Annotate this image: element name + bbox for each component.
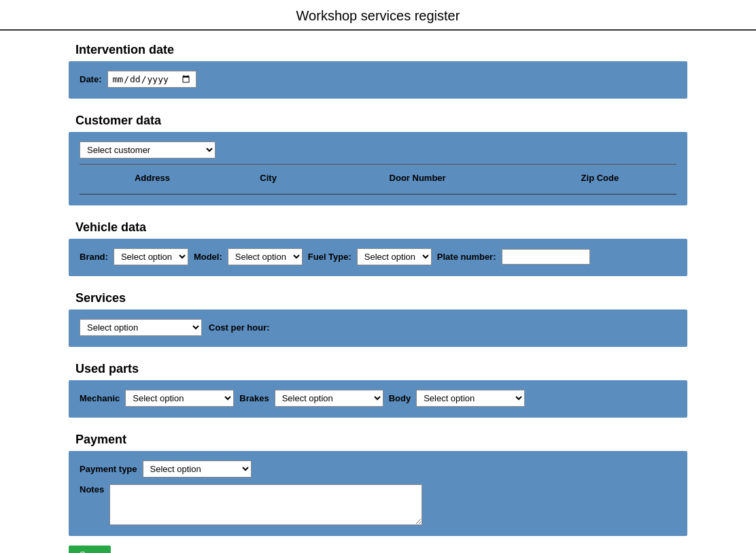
body-select[interactable]: Select option — [416, 390, 525, 407]
cost-per-hour-label: Cost per hour: — [209, 322, 270, 333]
plate-input[interactable] — [502, 249, 590, 265]
payment-title: Payment — [69, 427, 687, 451]
notes-textarea[interactable] — [109, 484, 422, 525]
used-parts-section: Used parts Mechanic Select option Brakes… — [69, 356, 687, 418]
save-button[interactable]: Save — [69, 546, 111, 553]
customer-data-section: Customer data Select customer Address Ci… — [69, 108, 687, 205]
payment-type-select[interactable]: Select option — [143, 460, 252, 477]
page-title: Workshop services register — [0, 0, 756, 31]
customer-table: Address City Door Number Zip Code — [80, 170, 676, 195]
customer-select[interactable]: Select customer — [80, 141, 216, 158]
zip-code-value — [523, 186, 676, 195]
vehicle-data-title: Vehicle data — [69, 215, 687, 239]
services-section: Services Select option Cost per hour: — [69, 286, 687, 347]
model-select[interactable]: Select option — [228, 248, 303, 265]
services-title: Services — [69, 286, 687, 309]
brand-label: Brand: — [80, 252, 108, 262]
customer-divider — [80, 164, 676, 165]
address-header: Address — [80, 170, 225, 186]
payment-type-label: Payment type — [80, 464, 137, 474]
customer-data-title: Customer data — [69, 108, 687, 132]
plate-label: Plate number: — [437, 252, 496, 262]
services-select[interactable]: Select option — [80, 319, 202, 336]
zip-code-header: Zip Code — [523, 170, 676, 186]
city-value — [225, 186, 312, 195]
notes-label: Notes — [80, 484, 104, 495]
payment-section: Payment Payment type Select option Notes — [69, 427, 687, 536]
body-label: Body — [389, 393, 411, 403]
vehicle-data-section: Vehicle data Brand: Select option Model:… — [69, 215, 687, 276]
door-number-value — [311, 186, 523, 195]
date-input[interactable] — [107, 71, 196, 88]
mechanic-label: Mechanic — [80, 393, 120, 403]
intervention-date-section: Intervention date Date: — [69, 37, 687, 99]
button-row: Save Search interventions — [69, 546, 687, 553]
date-label: Date: — [80, 74, 102, 84]
model-label: Model: — [194, 252, 222, 262]
mechanic-select[interactable]: Select option — [125, 390, 234, 407]
fuel-label: Fuel Type: — [308, 252, 351, 262]
brand-select[interactable]: Select option — [114, 248, 188, 265]
door-number-header: Door Number — [311, 170, 523, 186]
fuel-select[interactable]: Select option — [357, 248, 432, 265]
city-header: City — [225, 170, 312, 186]
used-parts-title: Used parts — [69, 356, 687, 380]
brakes-label: Brakes — [239, 393, 269, 403]
intervention-date-title: Intervention date — [69, 37, 687, 61]
address-value — [80, 186, 225, 195]
brakes-select[interactable]: Select option — [275, 390, 383, 407]
